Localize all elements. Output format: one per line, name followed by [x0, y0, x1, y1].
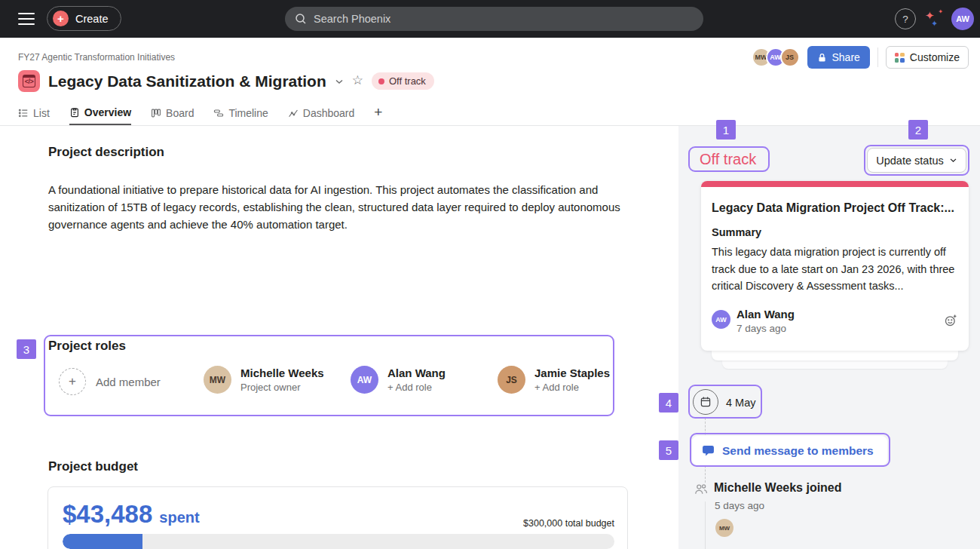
add-reaction-icon[interactable] — [944, 314, 957, 330]
description-body[interactable]: A foundational initiative to prepare his… — [48, 181, 630, 233]
send-message-button[interactable]: Send message to members — [692, 436, 887, 465]
avatar: AW — [712, 310, 730, 329]
activity-item-text[interactable]: Michelle Weeks joined — [714, 481, 842, 495]
tab-board[interactable]: Board — [151, 101, 194, 125]
member-role[interactable]: Project owner — [240, 382, 324, 393]
member-name: Alan Wang — [387, 367, 446, 379]
budget-spent-label: spent — [159, 509, 199, 526]
members-icon — [694, 483, 708, 499]
description-heading: Project description — [48, 145, 164, 160]
customize-button[interactable]: Customize — [886, 46, 969, 69]
status-card-title: Legacy Data Migration Project Off Track:… — [712, 201, 962, 215]
tab-bar: List Overview Board Timeline Dashboard + — [0, 101, 980, 126]
add-member-button[interactable]: + Add member — [59, 368, 161, 395]
send-message-label: Send message to members — [722, 444, 874, 458]
create-button[interactable]: + Create — [47, 6, 121, 31]
stacked-card-edge — [712, 351, 958, 360]
tab-list[interactable]: List — [18, 101, 50, 125]
avatar: MW — [204, 366, 231, 394]
date-marker-label: 4 May — [726, 397, 756, 409]
activity-item-time: 5 days ago — [715, 500, 764, 511]
create-button-label: Create — [75, 13, 109, 25]
update-status-button[interactable]: Update status — [867, 148, 966, 173]
list-icon — [18, 108, 29, 118]
member-avatars[interactable]: MW AW JS — [752, 48, 800, 67]
update-status-label: Update status — [876, 155, 943, 167]
user-avatar[interactable]: AW — [951, 8, 974, 30]
status-badge[interactable]: Off track — [372, 72, 434, 90]
favorite-star-icon[interactable]: ☆ — [352, 72, 363, 88]
sidebar-status-label[interactable]: Off track — [700, 151, 756, 168]
member-role[interactable]: + Add role — [534, 382, 610, 393]
title-chevron-down-icon[interactable] — [335, 78, 344, 84]
add-member-plus-icon: + — [59, 368, 86, 395]
share-button-label: Share — [832, 51, 860, 63]
member-role[interactable]: + Add role — [387, 382, 446, 393]
avatar: AW — [351, 366, 378, 394]
page-title[interactable]: Legacy Data Sanitization & Migration — [48, 72, 326, 90]
date-marker-button[interactable] — [693, 389, 718, 415]
timeline-icon — [213, 108, 224, 118]
stacked-card-edge — [722, 360, 948, 369]
search-input[interactable] — [314, 13, 694, 25]
share-button[interactable]: Share — [807, 46, 870, 69]
chevron-down-icon — [949, 158, 957, 163]
tab-label: Board — [166, 107, 194, 119]
help-button[interactable]: ? — [895, 8, 916, 29]
chat-bubble-icon — [702, 444, 715, 457]
member-name: Michelle Weeks — [240, 367, 324, 379]
sparkle-small: ✦ — [938, 9, 943, 15]
code-window-icon: </> — [23, 75, 35, 87]
plus-icon: + — [374, 104, 382, 121]
dashboard-icon — [288, 108, 299, 118]
status-card-time: 7 days ago — [737, 323, 786, 334]
lock-icon — [817, 53, 827, 63]
roles-heading: Project roles — [48, 339, 126, 354]
role-member[interactable]: JS Jamie Staples + Add role — [498, 366, 610, 394]
help-icon: ? — [902, 14, 908, 25]
status-sidebar: Off track Update status Legacy Data Migr… — [678, 126, 980, 549]
member-name: Jamie Staples — [534, 367, 610, 379]
budget-total-label: $300,000 total budget — [523, 518, 614, 529]
tab-dashboard[interactable]: Dashboard — [288, 101, 355, 125]
add-member-label: Add member — [96, 376, 161, 388]
tab-timeline[interactable]: Timeline — [213, 101, 268, 125]
role-member[interactable]: MW Michelle Weeks Project owner — [204, 366, 324, 394]
budget-spent-amount: $43,488 — [63, 500, 152, 529]
avatar: MW — [715, 519, 733, 537]
avatar: JS — [780, 48, 800, 67]
status-update-card[interactable]: Legacy Data Migration Project Off Track:… — [701, 181, 969, 351]
header-actions: MW AW JS Share Customize — [752, 46, 969, 69]
status-dot-icon — [378, 78, 384, 84]
customize-button-label: Customize — [910, 51, 960, 63]
board-icon — [151, 108, 161, 118]
tab-overview[interactable]: Overview — [69, 101, 131, 125]
search-bar[interactable] — [285, 7, 703, 31]
breadcrumb[interactable]: FY27 Agentic Transformation Initiatives — [18, 52, 175, 63]
status-card-summary-body: This legacy data migration project is cu… — [712, 244, 963, 295]
sparkle-blue: ✦ — [931, 20, 938, 28]
budget-card: $43,488 spent $300,000 total budget — [47, 486, 628, 549]
tab-label: Overview — [84, 106, 131, 118]
divider — [877, 48, 878, 67]
overview-icon — [69, 107, 80, 118]
hamburger-menu-icon[interactable] — [18, 13, 35, 25]
role-member[interactable]: AW Alan Wang + Add role — [351, 366, 446, 394]
main-content: Project description A foundational initi… — [0, 126, 678, 549]
ai-sparkles-icon[interactable]: ✦ ✦ ✦ — [925, 10, 943, 28]
project-icon[interactable]: </> — [18, 70, 40, 92]
customize-grid-icon — [895, 53, 905, 63]
tab-label: List — [33, 107, 50, 119]
status-badge-label: Off track — [389, 75, 426, 87]
status-card-author: Alan Wang — [737, 308, 795, 321]
tab-label: Dashboard — [303, 107, 355, 119]
budget-progress-bar — [63, 534, 614, 549]
timeline-solid-line — [705, 501, 706, 549]
project-title-row: </> Legacy Data Sanitization & Migration… — [18, 70, 434, 92]
add-tab-button[interactable]: + — [374, 101, 382, 125]
avatar: JS — [498, 366, 525, 394]
budget-progress-fill — [63, 534, 142, 549]
calendar-icon — [700, 396, 712, 408]
plus-icon: + — [53, 11, 69, 26]
topbar: + Create ? ✦ ✦ ✦ AW — [0, 0, 980, 38]
